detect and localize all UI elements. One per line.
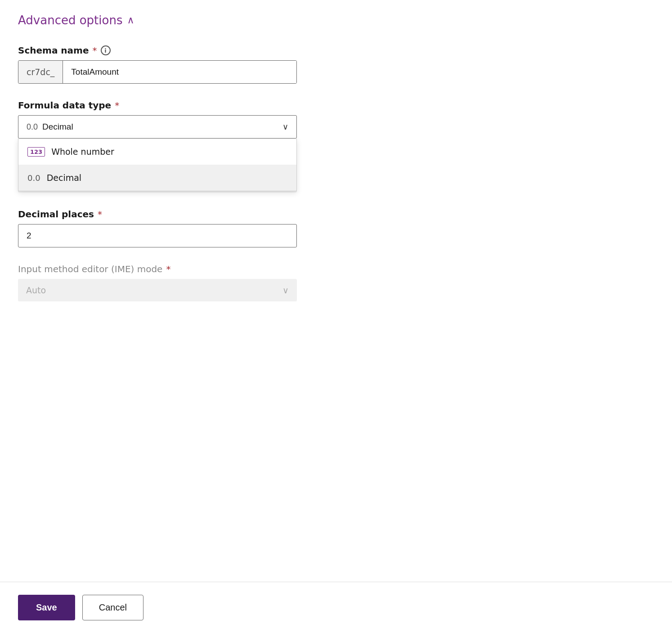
formula-data-type-label: Formula data type * xyxy=(18,100,297,111)
ime-mode-value: Auto xyxy=(26,285,46,295)
decimal-places-required: * xyxy=(98,209,102,220)
schema-name-input[interactable] xyxy=(63,61,296,83)
advanced-options-chevron-icon[interactable]: ∧ xyxy=(127,15,134,25)
save-button[interactable]: Save xyxy=(18,595,75,620)
schema-name-group: Schema name * i cr7dc_ xyxy=(18,45,297,84)
whole-number-icon: 123 xyxy=(27,147,45,157)
formula-data-type-selected-value: Decimal xyxy=(42,122,73,132)
decimal-icon: 0.0 xyxy=(27,122,38,132)
advanced-options-section: Advanced options ∧ xyxy=(18,13,654,27)
formula-data-type-dropdown[interactable]: 0.0 Decimal ∨ xyxy=(18,115,297,139)
schema-name-info-icon[interactable]: i xyxy=(101,45,111,55)
dropdown-item-decimal[interactable]: 0.0 Decimal xyxy=(18,165,296,191)
formula-data-type-menu: 123 Whole number 0.0 Decimal xyxy=(18,139,297,191)
ime-mode-required: * xyxy=(166,264,170,274)
formula-data-type-required: * xyxy=(115,100,119,111)
advanced-options-title[interactable]: Advanced options xyxy=(18,13,122,27)
decimal-places-label: Decimal places * xyxy=(18,209,297,220)
formula-data-type-chevron-icon: ∨ xyxy=(282,122,288,132)
ime-mode-dropdown: Auto ∨ xyxy=(18,279,297,301)
ime-mode-label: Input method editor (IME) mode * xyxy=(18,264,297,274)
cancel-button[interactable]: Cancel xyxy=(82,595,143,620)
decimal-label: Decimal xyxy=(47,173,81,183)
decimal-option-icon: 0.0 xyxy=(27,173,40,183)
formula-data-type-dropdown-container: 0.0 Decimal ∨ 123 Whole number 0.0 Decim… xyxy=(18,115,297,139)
ime-mode-chevron-icon: ∨ xyxy=(282,285,289,295)
schema-name-input-row: cr7dc_ xyxy=(18,60,297,84)
schema-name-label: Schema name * i xyxy=(18,45,297,56)
ime-mode-group: Input method editor (IME) mode * Auto ∨ xyxy=(18,264,297,301)
schema-name-required: * xyxy=(93,45,97,56)
decimal-places-input[interactable] xyxy=(18,224,297,247)
whole-number-label: Whole number xyxy=(51,147,114,157)
formula-data-type-group: Formula data type * 0.0 Decimal ∨ 123 Wh… xyxy=(18,100,297,139)
schema-prefix: cr7dc_ xyxy=(18,61,63,83)
footer-bar: Save Cancel xyxy=(0,582,672,633)
decimal-places-group: Decimal places * xyxy=(18,209,297,247)
dropdown-item-whole-number[interactable]: 123 Whole number xyxy=(18,139,296,165)
